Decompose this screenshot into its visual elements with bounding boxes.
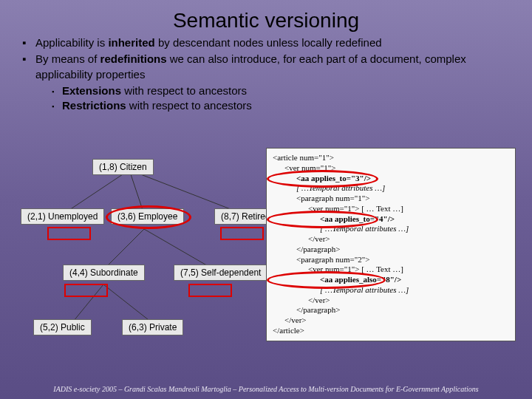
node-unemployed: (2,1) Unemployed	[21, 208, 104, 225]
xml-code-box: <article num="1"> <ver num="1"> <aa appl…	[266, 148, 516, 341]
dot-mark: ▪	[52, 98, 62, 113]
ring-applies-4	[267, 211, 378, 228]
bullet-mark: ▪	[22, 35, 35, 50]
code-line: <paragraph num="1">	[273, 194, 509, 204]
highlight-selfdep	[188, 284, 232, 297]
svg-line-4	[144, 229, 214, 270]
code-line: </ver>	[273, 296, 509, 306]
svg-line-0	[63, 170, 129, 214]
footer-text: IADIS e-society 2005 – Grandi Scalas Man…	[0, 385, 532, 393]
bullet-mark: ▪	[22, 52, 35, 82]
code-line: <aa applies_also="8"/>	[273, 275, 509, 285]
dot-mark: ▪	[52, 83, 62, 98]
code-line: <aa applies_to="4"/>	[273, 214, 509, 225]
bullet-2: ▪ By means of redefinitions we can also …	[22, 52, 510, 82]
code-line: </ver>	[273, 234, 509, 245]
svg-line-3	[103, 229, 144, 270]
bullet-1: ▪ Applicability is inherited by descenda…	[22, 35, 510, 50]
sub-bullet-1: ▪ Extensions with respect to ancestors	[52, 83, 510, 98]
ring-employee	[106, 205, 191, 229]
node-private: (6,3) Private	[122, 319, 183, 335]
content-area: ▪ Applicability is inherited by descenda…	[0, 35, 532, 113]
sub-bullet-2: ▪ Restrictions with respect to ancestors	[52, 98, 510, 113]
ring-applies-8	[267, 271, 386, 289]
code-line: <article num="1">	[273, 153, 509, 163]
code-line: </ver>	[273, 316, 509, 326]
node-subordinate: (4,4) Subordinate	[63, 265, 145, 281]
node-citizen: (1,8) Citizen	[92, 159, 154, 175]
ring-applies-3	[267, 170, 378, 188]
code-line: </paragraph>	[273, 245, 509, 255]
code-line: <paragraph num="2">	[273, 255, 509, 265]
node-public: (5,2) Public	[33, 319, 92, 335]
highlight-subordinate	[64, 284, 108, 297]
page-title: Semantic versioning	[0, 0, 532, 35]
code-line: </paragraph>	[273, 305, 509, 316]
code-line: </article>	[273, 326, 509, 336]
highlight-retired	[220, 227, 264, 240]
highlight-unemployed	[47, 227, 91, 240]
node-selfdep: (7,5) Self-dependent	[174, 265, 267, 281]
code-line: <aa applies_to="3"/>	[273, 174, 509, 184]
